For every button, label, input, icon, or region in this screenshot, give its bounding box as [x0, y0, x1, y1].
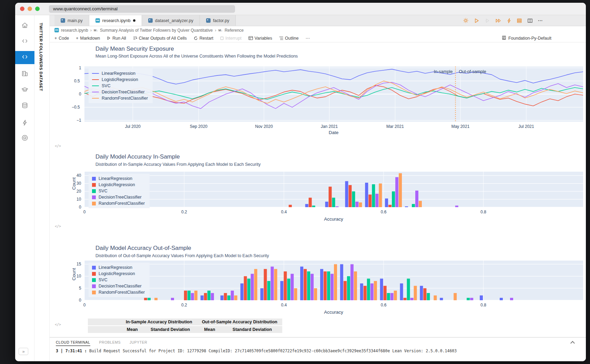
- legend-swatch-icon: [92, 73, 99, 74]
- tab-factor-py[interactable]: factor.py: [200, 15, 236, 26]
- tab-jupyter[interactable]: JUPYTER: [130, 340, 147, 346]
- fast-forward-icon[interactable]: [495, 18, 501, 23]
- chart3-subtitle: Distribution of Out-of-Sample Accuracy V…: [95, 253, 269, 258]
- maximize-window-button[interactable]: [35, 7, 40, 11]
- legend-item-logisticregression[interactable]: LogisticRegression: [92, 271, 145, 276]
- play-icon: [107, 36, 111, 40]
- live-lightning-icon[interactable]: [507, 18, 511, 23]
- axis-tick-label: 0.8: [480, 303, 486, 307]
- cell-output-marker[interactable]: </>: [55, 144, 61, 148]
- chart2-legend: LinearRegressionLogisticRegressionSVCDec…: [89, 174, 150, 208]
- tab-problems[interactable]: PROBLEMS: [99, 340, 121, 346]
- sidebar-expand-button[interactable]: »: [19, 348, 28, 355]
- sidebar-item-data[interactable]: [15, 100, 34, 113]
- table-col-std-insample: Standard Deviation: [144, 326, 197, 333]
- axis-tick-label: 0: [79, 92, 81, 97]
- table-row: In-Sample Accuracy Distribution Out-of-S…: [88, 318, 282, 325]
- legend-item-randomforestclassifier[interactable]: RandomForestClassifier: [92, 290, 145, 295]
- sidebar-item-organization[interactable]: [15, 68, 34, 81]
- browser-titlebar: www.quantconnect.com/terminal: [15, 3, 586, 15]
- restart-kernel-button[interactable]: Restart: [194, 36, 213, 41]
- legend-item-svc[interactable]: SVC: [92, 83, 148, 88]
- notebook-output-area: Daily Mean Security Exposure Mean Long-S…: [50, 42, 586, 337]
- legend-label: RandomForestClassifier: [102, 96, 148, 101]
- breadcrumb-file[interactable]: research.ipynb: [61, 28, 88, 33]
- outofsample-histogram-chart[interactable]: [84, 261, 583, 300]
- sidebar-item-editor-active[interactable]: [15, 51, 34, 64]
- sidebar-item-home[interactable]: [15, 19, 34, 32]
- cell-output-marker[interactable]: </>: [55, 323, 61, 326]
- tab-dataset-analyzer-py[interactable]: dataset_analyzer.py: [142, 15, 200, 26]
- outline-icon: [279, 37, 283, 40]
- outline-button[interactable]: Outline: [279, 36, 299, 41]
- split-editor-icon[interactable]: [527, 18, 533, 23]
- settings-gear-icon[interactable]: [463, 18, 469, 23]
- legend-item-svc[interactable]: SVC: [92, 277, 145, 282]
- toolbar-more-button[interactable]: ⋯: [305, 36, 310, 41]
- legend-item-svc[interactable]: SVC: [92, 189, 145, 193]
- legend-item-linearregression[interactable]: LinearRegression: [92, 176, 145, 181]
- chart2-yaxis-title: Count: [71, 177, 77, 190]
- address-bar[interactable]: www.quantconnect.com/terminal: [49, 5, 235, 13]
- sidebar-item-support[interactable]: [15, 132, 34, 145]
- legend-swatch-icon: [92, 195, 96, 199]
- table-col-mean-outofsample: Mean: [197, 326, 222, 333]
- chart3-title: Daily Model Accuracy Out-of-Sample: [95, 245, 191, 252]
- legend-label: RandomForestClassifier: [99, 201, 145, 206]
- tab-research-ipynb[interactable]: research.ipynb: [89, 15, 142, 26]
- clear-outputs-button[interactable]: Clear Outputs of All Cells: [133, 36, 187, 41]
- run-all-button[interactable]: Run All: [107, 36, 126, 41]
- screenshot-root: { "browser": { "url": "www.quantconnect.…: [0, 0, 590, 364]
- database-icon: [21, 102, 29, 111]
- axis-tick-label: Jul 2020: [125, 124, 141, 129]
- table-row: Mean Standard Deviation Mean Standard De…: [88, 326, 282, 333]
- chart1-legend: LinearRegressionLogisticRegressionSVCDec…: [89, 69, 153, 103]
- exposure-line-chart[interactable]: [84, 67, 583, 122]
- sidebar-item-education[interactable]: [15, 84, 34, 97]
- dataset-panel-strip[interactable]: TWITTER FOLLOWERS DATASET: [34, 15, 50, 361]
- more-actions-icon[interactable]: ···: [538, 18, 543, 23]
- legend-item-logisticregression[interactable]: LogisticRegression: [92, 77, 148, 82]
- table-col-mean-insample: Mean: [121, 326, 144, 333]
- legend-label: DecisionTreeClassifier: [99, 284, 142, 289]
- lightning-icon: [21, 119, 29, 128]
- legend-item-linearregression[interactable]: LinearRegression: [92, 265, 145, 270]
- breadcrumb-section[interactable]: Summary Analysis of Twitter Followers by…: [100, 28, 213, 33]
- minimize-window-button[interactable]: [28, 7, 32, 11]
- legend-swatch-icon: [92, 291, 96, 294]
- legend-item-decisiontreeclassifier[interactable]: DecisionTreeClassifier: [92, 90, 148, 94]
- axis-tick-label: Sep 2020: [190, 124, 207, 129]
- legend-item-decisiontreeclassifier[interactable]: DecisionTreeClassifier: [92, 195, 145, 200]
- debug-icon[interactable]: [485, 18, 490, 23]
- axis-tick-label: 0.2: [181, 210, 187, 214]
- terminal-tabs: CLOUD TERMINAL PROBLEMS JUPYTER: [50, 337, 586, 346]
- variables-button[interactable]: Variables: [248, 36, 272, 41]
- tab-label: main.py: [68, 18, 83, 23]
- run-backtest-icon[interactable]: [474, 18, 479, 23]
- breadcrumb-subsection[interactable]: Reference: [225, 28, 244, 33]
- add-code-button[interactable]: +Code: [54, 36, 69, 41]
- kernel-selector[interactable]: Foundation-Py-Default: [502, 36, 586, 41]
- table-corner-cell: [88, 318, 121, 325]
- sidebar-item-code[interactable]: [15, 35, 34, 48]
- legend-label: LogisticRegression: [102, 77, 138, 82]
- legend-item-decisiontreeclassifier[interactable]: DecisionTreeClassifier: [92, 284, 145, 289]
- code-brackets-active-icon: [21, 53, 29, 62]
- close-window-button[interactable]: [20, 7, 24, 11]
- tab-label: research.ipynb: [102, 18, 131, 23]
- server-stack-icon[interactable]: [517, 18, 522, 23]
- insample-histogram-chart[interactable]: [84, 172, 583, 207]
- python-file-icon: [148, 18, 153, 23]
- add-markdown-button[interactable]: +Markdown: [76, 36, 100, 41]
- cell-output-marker[interactable]: </>: [55, 224, 61, 228]
- legend-item-randomforestclassifier[interactable]: RandomForestClassifier: [92, 201, 145, 206]
- sidebar-item-live[interactable]: [15, 117, 34, 130]
- tab-cloud-terminal[interactable]: CLOUD TERMINAL: [56, 340, 90, 346]
- legend-item-logisticregression[interactable]: LogisticRegression: [92, 182, 145, 187]
- legend-swatch-icon: [92, 183, 96, 187]
- legend-item-linearregression[interactable]: LinearRegression: [92, 71, 148, 76]
- tab-main-py[interactable]: main.py: [54, 15, 89, 26]
- axis-tick-label: Jul 2021: [518, 124, 534, 129]
- legend-item-randomforestclassifier[interactable]: RandomForestClassifier: [92, 96, 148, 101]
- interrupt-button[interactable]: Interrupt: [220, 36, 242, 41]
